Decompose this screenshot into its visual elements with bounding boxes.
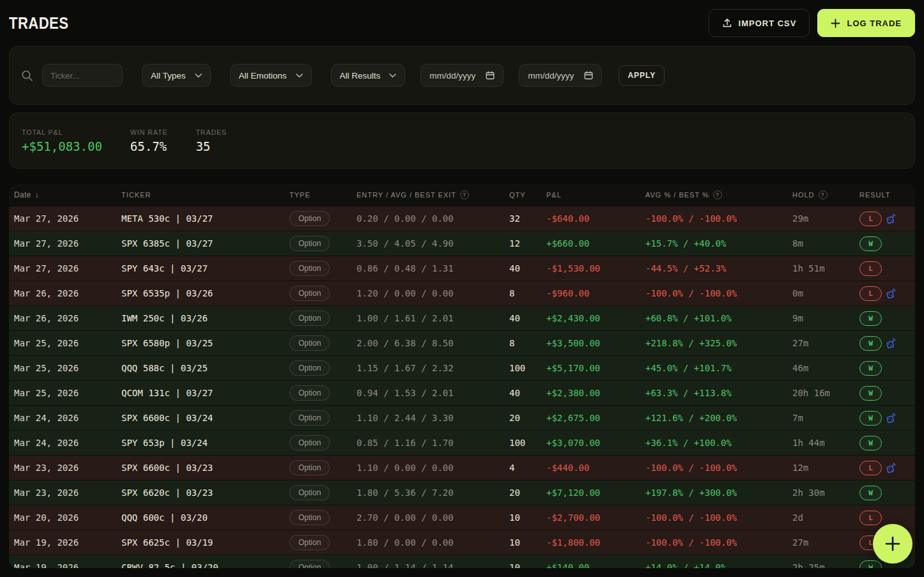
column-header-date[interactable]: Date ↓ — [14, 190, 121, 199]
table-row[interactable]: Mar 27, 2026 SPY 643c | 03/27 Option 0.8… — [9, 256, 915, 281]
ticker-search-input[interactable] — [42, 64, 123, 87]
stat-total-pnl: TOTAL P&L +$51,083.00 — [22, 128, 102, 153]
table-row[interactable]: Mar 23, 2026 SPX 6620c | 03/23 Option 1.… — [9, 481, 915, 505]
type-badge: Option — [289, 236, 330, 251]
apply-filters-button[interactable]: APPLY — [619, 65, 665, 86]
result-badge: L — [859, 511, 882, 525]
trade-entry-avg-best: 3.50 / 4.05 / 4.90 — [357, 238, 509, 249]
trade-ticker: SPX 6625c | 03/19 — [121, 537, 289, 548]
chevron-down-icon — [195, 73, 202, 78]
trade-hold-time: 1h 51m — [792, 263, 859, 273]
trade-hold-time: 2d — [792, 512, 859, 523]
dice-icon[interactable] — [885, 213, 896, 224]
column-header-entry: ENTRY / AVG / BEST EXIT ? — [357, 190, 509, 199]
trade-ticker: SPX 6600c | 03/24 — [121, 413, 289, 423]
trade-entry-avg-best: 2.00 / 6.38 / 8.50 — [357, 338, 509, 348]
table-row[interactable]: Mar 26, 2026 IWM 250c | 03/26 Option 1.0… — [9, 306, 915, 331]
trade-entry-avg-best: 1.15 / 1.67 / 2.32 — [357, 363, 509, 373]
table-row[interactable]: Mar 19, 2026 SPX 6625c | 03/19 Option 1.… — [9, 530, 915, 555]
type-filter-select[interactable]: All Types — [142, 64, 211, 87]
table-row[interactable]: Mar 26, 2026 SPX 6535p | 03/26 Option 1.… — [9, 281, 915, 306]
fab-add-trade-button[interactable] — [873, 524, 912, 564]
trade-hold-time: 2h 25m — [792, 562, 859, 568]
date-to-input[interactable]: mm/dd/yyyy — [519, 64, 602, 87]
info-icon[interactable]: ? — [713, 190, 722, 199]
type-badge: Option — [289, 435, 330, 450]
result-badge: W — [859, 560, 882, 569]
trade-entry-avg-best: 1.20 / 0.00 / 0.00 — [357, 288, 509, 298]
trade-date: Mar 23, 2026 — [14, 488, 121, 498]
trade-date: Mar 24, 2026 — [14, 438, 121, 448]
table-row[interactable]: Mar 24, 2026 SPX 6600c | 03/24 Option 1.… — [9, 406, 915, 431]
column-header-result: RESULT — [859, 191, 910, 199]
trade-qty: 12 — [509, 238, 546, 249]
table-row[interactable]: Mar 27, 2026 SPX 6385c | 03/27 Option 3.… — [9, 231, 915, 256]
trade-pnl: +$7,120.00 — [546, 488, 645, 498]
type-badge: Option — [289, 360, 330, 376]
stat-trade-count: TRADES 35 — [196, 128, 227, 153]
trade-date: Mar 20, 2026 — [14, 512, 121, 523]
stat-value: +$51,083.00 — [22, 139, 102, 153]
trade-date: Mar 19, 2026 — [14, 537, 121, 548]
trade-date: Mar 25, 2026 — [14, 388, 121, 398]
result-badge: W — [859, 486, 882, 500]
table-row[interactable]: Mar 19, 2026 CRWV 82.5c | 03/20 Option 1… — [9, 555, 915, 568]
table-header: Date ↓ TICKER TYPE ENTRY / AVG / BEST EX… — [9, 184, 915, 206]
calendar-icon[interactable] — [486, 71, 495, 80]
trade-pnl: +$2,675.00 — [546, 413, 645, 423]
page-title: TRADES — [9, 13, 68, 33]
trade-entry-avg-best: 0.85 / 1.16 / 1.70 — [357, 438, 509, 448]
stat-label: WIN RATE — [130, 128, 168, 136]
result-badge: W — [859, 386, 882, 401]
chevron-down-icon — [296, 73, 303, 78]
trade-avg-best-pct: -100.0% / -100.0% — [645, 288, 792, 298]
table-row[interactable]: Mar 23, 2026 SPX 6600c | 03/23 Option 1.… — [9, 456, 915, 481]
stat-value: 35 — [196, 139, 227, 153]
trade-pnl: -$1,530.00 — [546, 263, 645, 273]
info-icon[interactable]: ? — [819, 190, 828, 199]
dice-icon[interactable] — [885, 413, 896, 424]
trade-qty: 40 — [509, 388, 546, 398]
trade-entry-avg-best: 0.86 / 0.48 / 1.31 — [357, 263, 509, 273]
result-filter-select[interactable]: All Results — [331, 64, 406, 87]
trade-hold-time: 27m — [792, 537, 859, 548]
trade-entry-avg-best: 1.10 / 2.44 / 3.30 — [357, 413, 509, 423]
type-badge: Option — [289, 261, 330, 276]
trade-qty: 20 — [509, 488, 546, 498]
dice-icon[interactable] — [885, 338, 896, 349]
table-row[interactable]: Mar 20, 2026 QQQ 600c | 03/20 Option 2.7… — [9, 505, 915, 530]
trade-pnl: +$3,500.00 — [546, 338, 645, 348]
trade-avg-best-pct: -100.0% / -100.0% — [645, 512, 792, 523]
table-row[interactable]: Mar 25, 2026 SPX 6580p | 03/25 Option 2.… — [9, 331, 915, 356]
trade-ticker: QCOM 131c | 03/27 — [121, 388, 289, 398]
trade-qty: 10 — [509, 562, 546, 568]
table-row[interactable]: Mar 24, 2026 SPY 653p | 03/24 Option 0.8… — [9, 431, 915, 456]
result-badge: L — [859, 261, 882, 276]
trade-hold-time: 27m — [792, 338, 859, 348]
trade-ticker: META 530c | 03/27 — [121, 213, 289, 224]
emotion-filter-select[interactable]: All Emotions — [230, 64, 312, 87]
trade-date: Mar 23, 2026 — [14, 463, 121, 473]
trade-entry-avg-best: 0.20 / 0.00 / 0.00 — [357, 213, 509, 224]
result-filter-value: All Results — [340, 71, 381, 81]
log-trade-button[interactable]: LOG TRADE — [817, 9, 915, 37]
table-row[interactable]: Mar 25, 2026 QQQ 588c | 03/25 Option 1.1… — [9, 356, 915, 381]
trades-table: Date ↓ TICKER TYPE ENTRY / AVG / BEST EX… — [9, 184, 915, 568]
import-csv-button[interactable]: IMPORT CSV — [709, 9, 810, 37]
table-row[interactable]: Mar 27, 2026 META 530c | 03/27 Option 0.… — [9, 206, 915, 231]
stat-value: 65.7% — [130, 139, 168, 153]
column-header-pnl: P&L — [546, 191, 645, 199]
calendar-icon[interactable] — [584, 71, 593, 80]
filter-bar: All Types All Emotions All Results mm/dd… — [9, 46, 915, 105]
info-icon[interactable]: ? — [460, 190, 469, 199]
dice-icon[interactable] — [885, 463, 896, 473]
table-row[interactable]: Mar 25, 2026 QCOM 131c | 03/27 Option 0.… — [9, 381, 915, 406]
type-badge: Option — [289, 560, 330, 568]
dice-icon[interactable] — [885, 288, 896, 299]
date-from-input[interactable]: mm/dd/yyyy — [420, 64, 504, 87]
stat-label: TOTAL P&L — [22, 128, 102, 136]
trade-date: Mar 25, 2026 — [14, 338, 121, 348]
trade-ticker: QQQ 600c | 03/20 — [121, 512, 289, 523]
type-badge: Option — [289, 211, 330, 226]
trade-qty: 20 — [509, 413, 546, 423]
